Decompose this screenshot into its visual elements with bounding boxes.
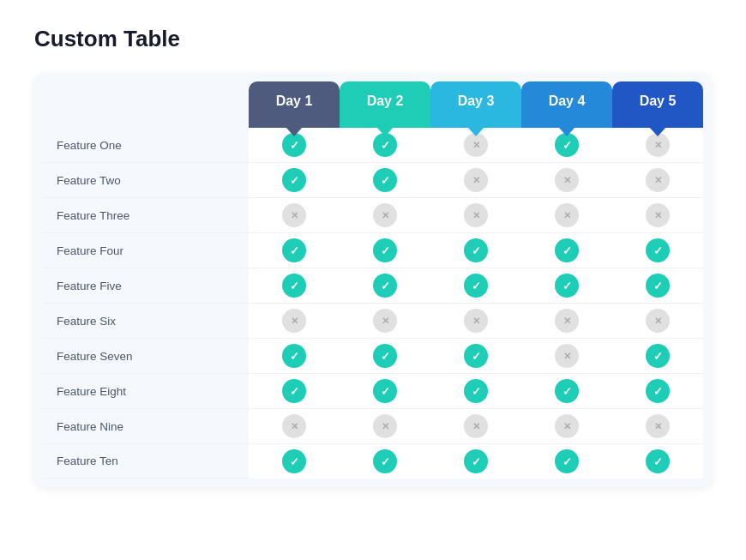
check-icon bbox=[373, 238, 397, 262]
feature-label-7: Feature Seven bbox=[43, 339, 249, 374]
check-icon bbox=[555, 238, 579, 262]
check-icon bbox=[282, 449, 306, 473]
check-icon bbox=[373, 449, 397, 473]
cell-row9-col5 bbox=[612, 409, 703, 444]
check-icon bbox=[555, 133, 579, 157]
check-icon bbox=[282, 133, 306, 157]
cell-row10-col4 bbox=[521, 444, 612, 479]
cell-row5-col4 bbox=[521, 268, 612, 304]
cross-icon bbox=[464, 203, 488, 227]
header-cell-col5: Day 5 bbox=[612, 81, 703, 128]
feature-label-9: Feature Nine bbox=[43, 409, 249, 444]
cell-row6-col5 bbox=[612, 304, 703, 339]
cell-row7-col2 bbox=[340, 339, 430, 374]
check-icon bbox=[282, 238, 306, 262]
cell-row4-col5 bbox=[612, 233, 703, 268]
header-cell-col4: Day 4 bbox=[521, 81, 612, 128]
check-icon bbox=[373, 168, 397, 192]
cell-row6-col2 bbox=[340, 304, 430, 339]
feature-label-8: Feature Eight bbox=[43, 374, 249, 409]
cell-row4-col4 bbox=[521, 233, 612, 268]
feature-label-1: Feature One bbox=[43, 128, 249, 163]
cell-row8-col1 bbox=[249, 374, 340, 409]
check-icon bbox=[555, 379, 579, 403]
cell-row7-col1 bbox=[249, 339, 340, 374]
cross-icon bbox=[646, 203, 670, 227]
cell-row6-col3 bbox=[430, 304, 521, 339]
cell-row7-col5 bbox=[612, 339, 703, 374]
table-grid: Day 1Day 2Day 3Day 4Day 5Feature OneFeat… bbox=[43, 81, 703, 479]
cross-icon bbox=[464, 309, 488, 333]
cross-icon bbox=[646, 133, 670, 157]
cross-icon bbox=[464, 133, 488, 157]
cell-row3-col2 bbox=[340, 198, 430, 233]
cell-row10-col3 bbox=[430, 444, 521, 479]
page-title: Custom Table bbox=[34, 26, 712, 52]
feature-label-6: Feature Six bbox=[43, 304, 249, 339]
cross-icon bbox=[646, 309, 670, 333]
cell-row9-col1 bbox=[249, 409, 340, 444]
cell-row2-col2 bbox=[340, 163, 430, 198]
cell-row3-col4 bbox=[521, 198, 612, 233]
cell-row10-col2 bbox=[340, 444, 430, 479]
feature-label-5: Feature Five bbox=[43, 268, 249, 304]
check-icon bbox=[373, 379, 397, 403]
cell-row9-col4 bbox=[521, 409, 612, 444]
check-icon bbox=[282, 274, 306, 298]
table-wrapper: Day 1Day 2Day 3Day 4Day 5Feature OneFeat… bbox=[34, 73, 712, 487]
cell-row4-col2 bbox=[340, 233, 430, 268]
check-icon bbox=[373, 133, 397, 157]
cell-row2-col4 bbox=[521, 163, 612, 198]
cell-row7-col3 bbox=[430, 339, 521, 374]
cell-row4-col1 bbox=[249, 233, 340, 268]
check-icon bbox=[646, 449, 670, 473]
page-container: Custom Table Day 1Day 2Day 3Day 4Day 5Fe… bbox=[34, 26, 712, 487]
check-icon bbox=[464, 274, 488, 298]
cell-row8-col3 bbox=[430, 374, 521, 409]
header-cell-col2: Day 2 bbox=[340, 81, 430, 128]
header-cell-col1: Day 1 bbox=[249, 81, 340, 128]
cell-row3-col1 bbox=[249, 198, 340, 233]
check-icon bbox=[646, 379, 670, 403]
cross-icon bbox=[373, 203, 397, 227]
cell-row8-col4 bbox=[521, 374, 612, 409]
check-icon bbox=[464, 449, 488, 473]
cross-icon bbox=[464, 414, 488, 438]
cross-icon bbox=[555, 414, 579, 438]
check-icon bbox=[646, 344, 670, 368]
header-cell-col0 bbox=[43, 81, 249, 128]
cell-row5-col1 bbox=[249, 268, 340, 304]
check-icon bbox=[373, 274, 397, 298]
cell-row8-col2 bbox=[340, 374, 430, 409]
cell-row9-col2 bbox=[340, 409, 430, 444]
cross-icon bbox=[282, 203, 306, 227]
cross-icon bbox=[646, 168, 670, 192]
cell-row7-col4 bbox=[521, 339, 612, 374]
header-cell-col3: Day 3 bbox=[430, 81, 521, 128]
cross-icon bbox=[555, 344, 579, 368]
cell-row2-col1 bbox=[249, 163, 340, 198]
check-icon bbox=[646, 238, 670, 262]
check-icon bbox=[282, 379, 306, 403]
cross-icon bbox=[373, 309, 397, 333]
cross-icon bbox=[555, 309, 579, 333]
cross-icon bbox=[282, 309, 306, 333]
cross-icon bbox=[282, 414, 306, 438]
cell-row3-col3 bbox=[430, 198, 521, 233]
check-icon bbox=[464, 344, 488, 368]
cell-row2-col3 bbox=[430, 163, 521, 198]
check-icon bbox=[282, 168, 306, 192]
feature-label-4: Feature Four bbox=[43, 233, 249, 268]
cell-row2-col5 bbox=[612, 163, 703, 198]
check-icon bbox=[555, 274, 579, 298]
cell-row3-col5 bbox=[612, 198, 703, 233]
cell-row6-col4 bbox=[521, 304, 612, 339]
check-icon bbox=[464, 379, 488, 403]
check-icon bbox=[282, 344, 306, 368]
cell-row10-col1 bbox=[249, 444, 340, 479]
check-icon bbox=[555, 449, 579, 473]
cell-row5-col2 bbox=[340, 268, 430, 304]
feature-label-3: Feature Three bbox=[43, 198, 249, 233]
cell-row8-col5 bbox=[612, 374, 703, 409]
feature-label-10: Feature Ten bbox=[43, 444, 249, 479]
